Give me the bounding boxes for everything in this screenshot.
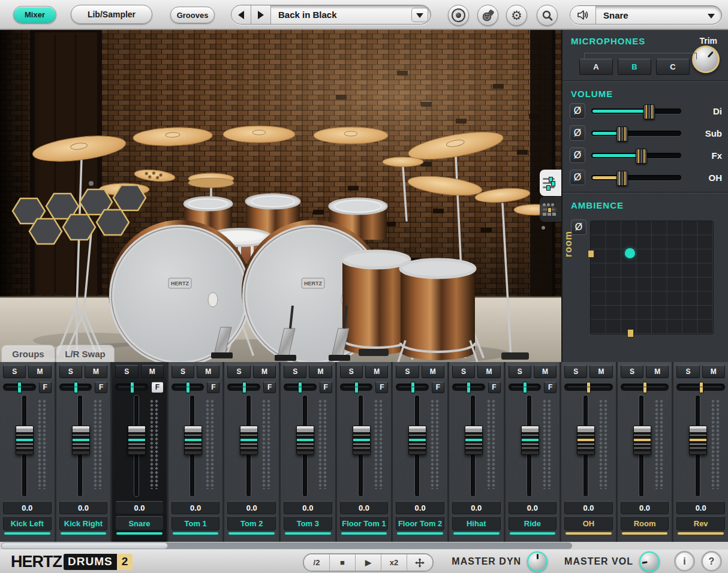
groups-tab[interactable]: Groups <box>1 345 55 362</box>
instrument-dropdown-button[interactable] <box>703 8 719 22</box>
instrument-selector[interactable]: Snare <box>570 5 722 25</box>
volume-fader[interactable] <box>407 396 427 496</box>
channel-name[interactable]: Snare <box>115 516 164 530</box>
fader-thumb[interactable] <box>240 426 258 455</box>
search-button[interactable] <box>537 5 558 26</box>
solo-button[interactable]: S <box>340 365 363 378</box>
scrollbar-thumb[interactable] <box>1 542 168 549</box>
info-button[interactable]: i <box>674 551 695 572</box>
mute-button[interactable]: M <box>477 365 500 378</box>
audition-button[interactable] <box>570 6 596 24</box>
trim-knob[interactable] <box>692 46 720 73</box>
mute-button[interactable]: M <box>309 365 332 378</box>
mute-button[interactable]: M <box>141 365 164 378</box>
volume-fader[interactable] <box>126 396 146 496</box>
channel-name[interactable]: Floor Tom 1 <box>340 516 389 530</box>
pan-slider[interactable] <box>452 384 485 391</box>
pan-slider[interactable] <box>564 384 613 391</box>
phase-button[interactable]: Ø <box>570 103 585 119</box>
volume-fader[interactable] <box>463 396 483 496</box>
solo-button[interactable]: S <box>564 365 587 378</box>
double-tempo-button[interactable]: x2 <box>381 554 407 571</box>
solo-button[interactable]: S <box>621 365 643 378</box>
kick-drum-left[interactable]: HERTZ <box>109 220 251 362</box>
ambience-xy-pad[interactable] <box>590 221 714 334</box>
volume-fader[interactable] <box>631 396 652 496</box>
fx-send-button[interactable]: F <box>95 382 107 393</box>
volume-fader[interactable] <box>687 396 708 496</box>
pan-slider[interactable] <box>172 384 204 391</box>
pan-slider[interactable] <box>115 384 148 391</box>
mute-button[interactable]: M <box>197 365 219 378</box>
channel-name[interactable]: Tom 2 <box>227 516 276 530</box>
mixer-panel-tab[interactable] <box>540 170 561 196</box>
channel-name[interactable]: Kick Left <box>3 516 52 530</box>
mic-tab-a[interactable]: A <box>579 59 613 75</box>
volume-fader[interactable] <box>294 396 315 496</box>
solo-button[interactable]: S <box>115 365 138 378</box>
channel-name[interactable]: Tom 3 <box>284 516 332 530</box>
prev-preset-button[interactable] <box>231 5 251 24</box>
pan-slider[interactable] <box>227 384 260 391</box>
fx-send-button[interactable]: F <box>375 382 388 393</box>
fx-send-button[interactable]: F <box>488 382 501 393</box>
next-preset-button[interactable] <box>251 5 270 24</box>
channel-name[interactable]: Hihat <box>452 516 501 530</box>
mute-button[interactable]: M <box>365 365 388 378</box>
fx-send-button[interactable]: F <box>544 382 556 393</box>
fx-send-button[interactable]: F <box>39 382 52 393</box>
channel-name[interactable]: Kick Right <box>59 516 108 530</box>
volume-fader[interactable] <box>182 396 203 496</box>
play-button[interactable]: ▶ <box>355 554 381 571</box>
master-vol-knob[interactable] <box>639 551 660 572</box>
fx-send-button[interactable]: F <box>320 382 332 393</box>
volume-fader[interactable] <box>519 396 540 496</box>
mute-button[interactable]: M <box>589 365 612 378</box>
solo-button[interactable]: S <box>452 365 475 378</box>
fader-thumb[interactable] <box>72 426 90 455</box>
phase-button[interactable]: Ø <box>570 147 585 163</box>
mixer-tab-button[interactable]: Mixer <box>13 6 56 23</box>
fx-send-button[interactable]: F <box>263 382 276 393</box>
solo-button[interactable]: S <box>396 365 419 378</box>
solo-button[interactable]: S <box>676 365 699 378</box>
fader-thumb[interactable] <box>296 426 314 455</box>
volume-fader[interactable] <box>575 396 595 496</box>
solo-button[interactable]: S <box>3 365 26 378</box>
sub-volume-slider[interactable] <box>591 131 681 136</box>
pan-slider[interactable] <box>284 384 317 391</box>
solo-button[interactable]: S <box>284 365 306 378</box>
mute-button[interactable]: M <box>702 365 725 378</box>
mic-tab-c[interactable]: C <box>656 59 690 75</box>
fx-volume-slider[interactable] <box>591 153 681 158</box>
mute-button[interactable]: M <box>28 365 51 378</box>
fader-thumb[interactable] <box>184 426 202 455</box>
channel-name[interactable]: OH <box>564 516 613 530</box>
help-button[interactable]: ? <box>701 551 722 572</box>
mute-button[interactable]: M <box>534 365 556 378</box>
pan-slider[interactable] <box>3 384 36 391</box>
fader-thumb[interactable] <box>633 426 651 455</box>
master-dyn-knob[interactable] <box>527 551 547 572</box>
volume-fader[interactable] <box>70 396 91 496</box>
solo-button[interactable]: S <box>172 365 194 378</box>
di-volume-slider[interactable] <box>591 108 681 114</box>
phase-button[interactable]: Ø <box>570 170 585 185</box>
fader-thumb[interactable] <box>353 426 371 455</box>
pan-slider[interactable] <box>59 384 92 391</box>
ambience-point[interactable] <box>625 248 635 258</box>
preset-dropdown-button[interactable] <box>411 8 428 22</box>
drag-midi-button[interactable] <box>407 554 432 571</box>
channel-name[interactable]: Tom 1 <box>172 516 220 530</box>
oh-volume-slider[interactable] <box>591 175 681 180</box>
pan-slider[interactable] <box>676 384 725 391</box>
settings-button[interactable]: ⚙ <box>506 5 527 26</box>
mute-button[interactable]: M <box>253 365 276 378</box>
mute-button[interactable]: M <box>422 365 444 378</box>
mic-panel-tab[interactable] <box>540 197 561 222</box>
drum-kit-scene[interactable]: HERTZ HERTZ <box>0 29 561 362</box>
grooves-tab-button[interactable]: Grooves <box>170 7 215 23</box>
mute-button[interactable]: M <box>85 365 107 378</box>
pan-slider[interactable] <box>621 384 669 391</box>
channel-name[interactable]: Room <box>621 516 669 530</box>
